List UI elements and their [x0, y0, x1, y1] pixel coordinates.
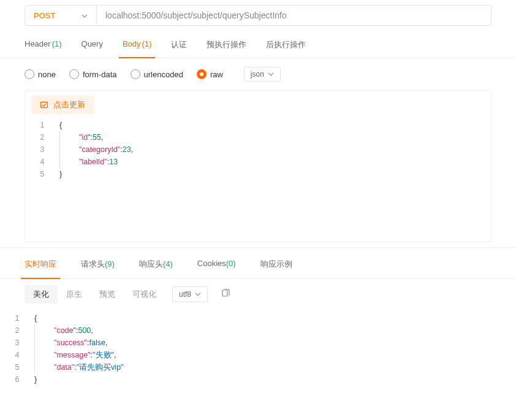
encoding-select[interactable]: utf8	[172, 286, 208, 302]
body-type-row: none form-data urlencoded raw json	[0, 58, 516, 90]
code-line: 4"message": "失败",	[0, 349, 516, 361]
svg-rect-1	[222, 290, 227, 296]
copy-button[interactable]	[219, 286, 233, 302]
chevron-down-icon	[195, 292, 201, 296]
svg-rect-0	[41, 102, 48, 108]
code-line: 4"labelId": 13	[25, 156, 491, 168]
radio-none[interactable]: none	[25, 69, 56, 79]
code-line: 5}	[25, 168, 491, 180]
code-line: 6}	[0, 373, 516, 386]
resp-tab-realtime[interactable]: 实时响应	[25, 251, 56, 278]
copy-icon	[221, 289, 230, 298]
tab-header[interactable]: Header(1)	[25, 33, 62, 58]
code-line: 3"success": false,	[0, 337, 516, 349]
tab-query[interactable]: Query	[82, 33, 103, 58]
radio-urlencoded[interactable]: urlencoded	[131, 69, 183, 79]
update-button[interactable]: 点击更新	[31, 96, 94, 114]
request-editor-panel: 点击更新 1{2"id": 55,3"categoryId": 23,4"lab…	[25, 90, 491, 242]
tab-auth[interactable]: 认证	[171, 33, 187, 58]
code-line: 2"code": 500,	[0, 324, 516, 337]
radio-icon	[197, 69, 207, 79]
code-line: 1{	[25, 119, 491, 131]
response-body-editor[interactable]: 1{2"code": 500,3"success": false,4"messa…	[0, 312, 516, 388]
radio-icon	[25, 69, 34, 79]
resp-tab-example[interactable]: 响应示例	[260, 251, 292, 278]
code-line: 5"data": "请先购买vip"	[0, 361, 516, 373]
chevron-down-icon	[82, 12, 88, 19]
view-visual[interactable]: 可视化	[124, 285, 165, 304]
tab-body[interactable]: Body(1)	[123, 33, 152, 58]
code-line: 2"id": 55,	[25, 131, 491, 143]
radio-icon	[69, 69, 79, 79]
tab-pre-exec[interactable]: 预执行操作	[207, 33, 246, 58]
radio-raw[interactable]: raw	[197, 69, 223, 79]
resp-tab-request-headers[interactable]: 请求头(9)	[81, 251, 115, 278]
radio-icon	[131, 69, 140, 79]
response-tabs: 实时响应 请求头(9) 响应头(4) Cookies(0) 响应示例	[0, 251, 516, 279]
view-toolbar: 美化 原生 预览 可视化 utf8	[0, 279, 516, 310]
resp-tab-response-headers[interactable]: 响应头(4)	[139, 251, 173, 278]
radio-form-data[interactable]: form-data	[69, 69, 117, 79]
view-raw[interactable]: 原生	[58, 285, 91, 304]
refresh-icon	[40, 101, 48, 109]
response-section: 实时响应 请求头(9) 响应头(4) Cookies(0) 响应示例 美化 原生…	[0, 247, 516, 388]
url-input[interactable]	[97, 5, 491, 26]
request-tabs: Header(1) Query Body(1) 认证 预执行操作 后执行操作	[0, 33, 516, 58]
view-preview[interactable]: 预览	[91, 285, 124, 304]
resp-tab-cookies[interactable]: Cookies(0)	[197, 251, 236, 278]
method-select[interactable]: POST	[25, 5, 97, 26]
view-beautify[interactable]: 美化	[25, 285, 58, 304]
code-line: 1{	[0, 312, 516, 324]
method-label: POST	[34, 11, 55, 20]
chevron-down-icon	[268, 72, 274, 76]
tab-post-exec[interactable]: 后执行操作	[266, 33, 306, 58]
format-select[interactable]: json	[244, 67, 281, 82]
request-body-editor[interactable]: 1{2"id": 55,3"categoryId": 23,4"labelId"…	[25, 119, 491, 242]
request-bar: POST	[0, 0, 516, 33]
code-line: 3"categoryId": 23,	[25, 143, 491, 156]
